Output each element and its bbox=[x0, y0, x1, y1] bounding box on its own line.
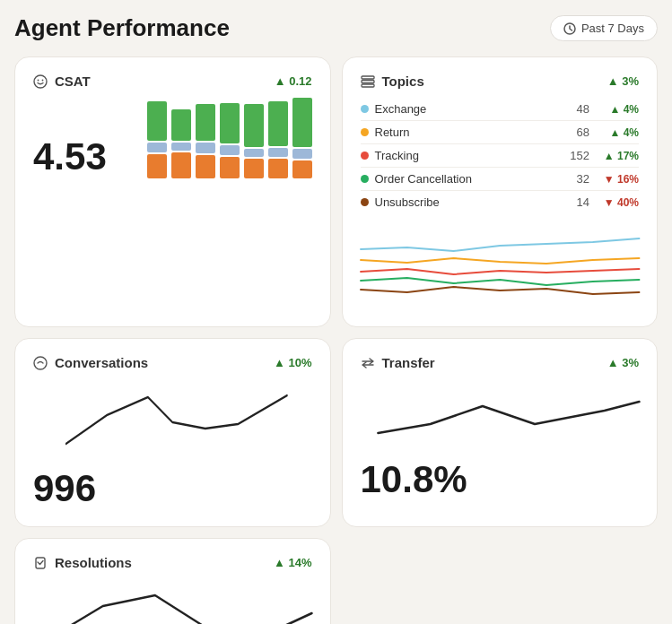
bar-green bbox=[220, 103, 240, 144]
svg-rect-5 bbox=[362, 80, 374, 82]
topic-dot bbox=[361, 105, 369, 113]
topic-delta: ▲ 4% bbox=[589, 103, 639, 116]
bar-column bbox=[292, 98, 312, 178]
topic-row: Exchange 48 ▲ 4% bbox=[361, 98, 640, 121]
svg-rect-6 bbox=[362, 84, 374, 87]
svg-point-7 bbox=[34, 357, 47, 369]
metrics-grid: CSAT ▲ 0.12 4.53 Topics ▲ 3% bbox=[14, 56, 658, 624]
topic-row: Return 68 ▲ 4% bbox=[361, 121, 640, 144]
transfer-title: Transfer bbox=[382, 355, 435, 370]
bar-green bbox=[196, 104, 215, 140]
topic-delta: ▼ 40% bbox=[589, 196, 639, 209]
bar-orange bbox=[220, 157, 240, 178]
bar-orange bbox=[171, 152, 191, 178]
bar-green bbox=[268, 101, 288, 146]
csat-title: CSAT bbox=[55, 74, 91, 89]
topic-dot bbox=[361, 175, 369, 183]
bar-blue bbox=[244, 149, 264, 157]
bar-column bbox=[171, 98, 191, 178]
time-range-badge[interactable]: Past 7 Days bbox=[550, 15, 658, 41]
resolutions-line-chart bbox=[33, 579, 312, 624]
transfer-line-chart bbox=[361, 379, 640, 451]
topic-count: 48 bbox=[554, 102, 589, 116]
resolutions-title: Resolutions bbox=[55, 555, 132, 570]
bar-orange bbox=[244, 159, 264, 178]
svg-rect-4 bbox=[362, 76, 374, 79]
conversations-title: Conversations bbox=[55, 355, 148, 370]
bar-column bbox=[268, 98, 288, 178]
csat-value: 4.53 bbox=[33, 135, 107, 178]
bar-green bbox=[244, 104, 264, 147]
topic-count: 152 bbox=[554, 149, 589, 162]
topic-name: Order Cancellation bbox=[361, 172, 554, 186]
topic-count: 32 bbox=[554, 172, 589, 186]
topic-count: 14 bbox=[554, 195, 589, 209]
topics-table: Exchange 48 ▲ 4% Return 68 ▲ 4% Tracking… bbox=[361, 98, 640, 213]
csat-delta: ▲ 0.12 bbox=[275, 74, 312, 88]
csat-card: CSAT ▲ 0.12 4.53 bbox=[14, 56, 331, 327]
conversations-value: 996 bbox=[33, 467, 312, 510]
bar-column bbox=[147, 98, 167, 178]
topics-card: Topics ▲ 3% Exchange 48 ▲ 4% Return 68 ▲… bbox=[342, 56, 659, 327]
svg-point-1 bbox=[34, 75, 47, 88]
topics-title: Topics bbox=[382, 74, 424, 89]
bar-green bbox=[292, 98, 312, 147]
bar-green bbox=[147, 101, 167, 141]
bar-blue bbox=[171, 143, 191, 151]
transfer-delta: ▲ 3% bbox=[607, 356, 639, 369]
bar-column bbox=[244, 98, 264, 178]
topic-name: Exchange bbox=[361, 102, 554, 116]
resolutions-delta: ▲ 14% bbox=[274, 556, 312, 569]
svg-point-2 bbox=[38, 79, 39, 81]
topics-icon bbox=[361, 74, 375, 89]
bar-blue bbox=[147, 143, 167, 152]
topic-dot bbox=[361, 198, 369, 206]
bar-orange bbox=[196, 155, 215, 178]
conversations-line-chart bbox=[33, 379, 312, 460]
topic-row: Unsubscribe 14 ▼ 40% bbox=[361, 191, 640, 213]
topic-delta: ▲ 4% bbox=[589, 126, 639, 139]
time-range-label: Past 7 Days bbox=[581, 22, 644, 35]
topics-delta: ▲ 3% bbox=[607, 74, 639, 88]
bar-column bbox=[196, 98, 215, 178]
topic-row: Order Cancellation 32 ▼ 16% bbox=[361, 168, 640, 191]
transfer-icon bbox=[361, 356, 375, 370]
resolutions-icon bbox=[33, 556, 48, 570]
csat-bar-chart bbox=[147, 98, 312, 178]
bar-green bbox=[171, 109, 191, 141]
topic-name: Tracking bbox=[361, 149, 554, 162]
svg-point-3 bbox=[42, 79, 44, 81]
topic-dot bbox=[361, 128, 369, 136]
topics-line-chart bbox=[361, 231, 640, 303]
bar-orange bbox=[147, 154, 167, 178]
topic-name: Return bbox=[361, 126, 554, 139]
topic-row: Tracking 152 ▲ 17% bbox=[361, 144, 640, 168]
conversations-card: Conversations ▲ 10% 996 bbox=[14, 338, 331, 527]
bar-orange bbox=[268, 159, 288, 178]
topic-dot bbox=[361, 152, 369, 160]
topic-name: Unsubscribe bbox=[361, 195, 554, 209]
topic-delta: ▼ 16% bbox=[589, 173, 639, 186]
csat-icon bbox=[33, 74, 48, 89]
bar-column bbox=[220, 98, 240, 178]
page-title: Agent Performance bbox=[14, 14, 230, 42]
clock-icon bbox=[563, 22, 576, 35]
transfer-card: Transfer ▲ 3% 10.8% bbox=[342, 338, 659, 527]
topic-count: 68 bbox=[554, 126, 589, 139]
bar-orange bbox=[292, 160, 312, 178]
conversations-icon bbox=[33, 356, 48, 370]
bar-blue bbox=[292, 149, 312, 159]
resolutions-card: Resolutions ▲ 14% 328 bbox=[14, 538, 331, 624]
bar-blue bbox=[220, 145, 240, 155]
topic-delta: ▲ 17% bbox=[589, 150, 639, 162]
transfer-value: 10.8% bbox=[361, 458, 640, 501]
bar-blue bbox=[268, 148, 288, 157]
conversations-delta: ▲ 10% bbox=[274, 356, 312, 369]
bar-blue bbox=[196, 143, 215, 154]
